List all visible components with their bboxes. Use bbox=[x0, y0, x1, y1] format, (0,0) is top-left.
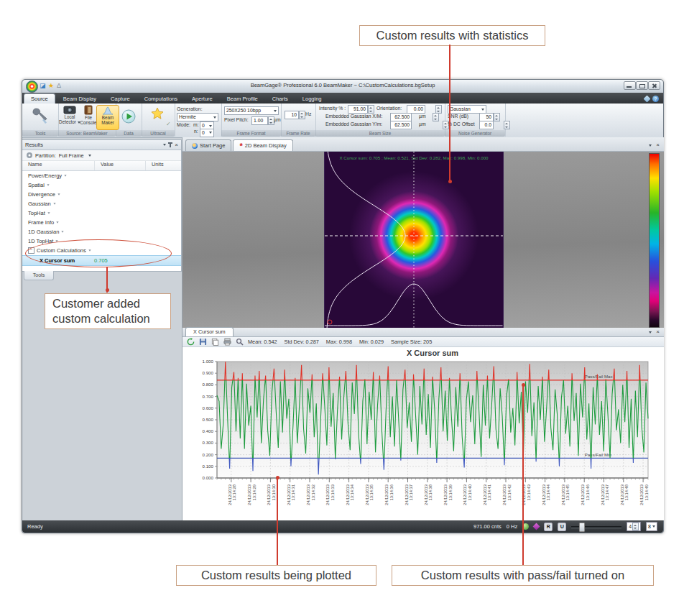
beam-display-tab-icon: * bbox=[239, 143, 242, 149]
frame-format-select[interactable]: 250X250 10bpp bbox=[224, 106, 279, 115]
status-r-toggle[interactable]: R bbox=[544, 523, 553, 531]
eg-y-input[interactable]: 62.500 bbox=[390, 121, 412, 129]
extra-dropdown[interactable]: 8 bbox=[646, 522, 657, 531]
frame-rate-spinner[interactable] bbox=[299, 111, 305, 119]
col-units[interactable]: Units bbox=[146, 161, 181, 170]
result-row-frame-info[interactable]: Frame Info bbox=[22, 218, 181, 227]
x-axis-label: 24/12/201313:14:33 bbox=[325, 484, 335, 505]
dc-offset-spinner[interactable] bbox=[504, 121, 510, 129]
chart-canvas[interactable]: 1.0000.9000.8000.7000.6000.5000.4000.300… bbox=[182, 347, 664, 520]
intensity-spinner[interactable] bbox=[368, 105, 374, 114]
result-row-spatial[interactable]: Spatial bbox=[22, 180, 181, 190]
svg-text:24/12/201313:14:30: 24/12/201313:14:30 bbox=[267, 484, 276, 505]
svg-text:0.000: 0.000 bbox=[203, 475, 214, 480]
snr-spinner[interactable] bbox=[494, 113, 500, 121]
close-button[interactable] bbox=[648, 81, 660, 90]
ribbon-tab-source[interactable]: Source bbox=[24, 93, 55, 104]
panel-menu-icon[interactable] bbox=[163, 144, 166, 146]
generation-select[interactable]: Hermite bbox=[177, 113, 218, 121]
pin-icon[interactable] bbox=[170, 142, 171, 147]
ribbon-tab-computations[interactable]: Computations bbox=[138, 94, 184, 104]
ribbon-tab-aperture[interactable]: Aperture bbox=[185, 94, 219, 104]
col-value[interactable]: Value bbox=[95, 161, 146, 170]
play-icon[interactable] bbox=[121, 109, 136, 124]
eg-x-spinner[interactable] bbox=[433, 113, 439, 121]
zoom-stepper[interactable]: 4 bbox=[627, 522, 641, 531]
group-label-ultracal: Ultracal bbox=[142, 130, 175, 137]
status-purple-icon[interactable] bbox=[533, 523, 540, 530]
x-axis-label: 24/12/201313:14:38 bbox=[424, 484, 433, 505]
eg-x-unit: µm bbox=[419, 114, 426, 119]
results-panel-header[interactable]: Results × bbox=[22, 140, 181, 150]
x-axis-label: 24/12/201313:14:46 bbox=[581, 484, 590, 505]
result-row-tophat[interactable]: TopHat bbox=[22, 208, 181, 218]
stat-max: Max: 0.998 bbox=[326, 339, 352, 345]
frame-rate-input[interactable]: 10 bbox=[285, 111, 299, 119]
ultracal-star-icon[interactable] bbox=[151, 107, 164, 120]
ribbon-tab-charts[interactable]: Charts bbox=[266, 94, 295, 104]
color-scale-bar[interactable] bbox=[649, 153, 660, 328]
gear-icon[interactable] bbox=[27, 152, 32, 158]
zoom-icon[interactable] bbox=[236, 338, 244, 346]
result-row-1d-gaussian[interactable]: 1D Gaussian bbox=[22, 227, 181, 236]
cursor-marker[interactable] bbox=[328, 320, 332, 324]
group-label-beam-size: Beam Size bbox=[315, 130, 445, 137]
wrench-icon[interactable] bbox=[32, 107, 48, 126]
beam-display-label: 2D Beam Display bbox=[245, 142, 287, 149]
x-axis-label: 24/12/201313:14:36 bbox=[384, 484, 394, 505]
partition-row[interactable]: Partition: Full Frame bbox=[22, 150, 181, 161]
intensity-input[interactable]: 91.00 bbox=[348, 105, 368, 114]
svg-text:24/12/201313:14:36: 24/12/201313:14:36 bbox=[384, 484, 394, 505]
result-row-divergence[interactable]: Divergence bbox=[22, 190, 181, 199]
options-diamond-icon[interactable] bbox=[644, 96, 651, 103]
ribbon-tab-beam-profile[interactable]: Beam Profile bbox=[221, 94, 264, 104]
help-icon[interactable]: ? bbox=[652, 96, 659, 102]
refresh-icon[interactable] bbox=[187, 338, 195, 346]
tab-x-cursor-sum[interactable]: X Cursor sum bbox=[185, 327, 234, 336]
chart-dock-menu-icon[interactable] bbox=[649, 331, 652, 334]
pixel-pitch-input[interactable]: 1.00 bbox=[251, 116, 268, 125]
title-bar[interactable]: ◪ ★ Δ BeamGage® Professional 6.0 BeamMak… bbox=[22, 80, 663, 93]
col-name[interactable]: Name bbox=[22, 161, 95, 170]
status-right-cluster: 971.00 cnts 0 Hz R U 4 8 bbox=[473, 522, 663, 531]
callout-statistics: Custom results with statistics bbox=[359, 25, 545, 46]
pixel-pitch-unit: µm bbox=[274, 117, 281, 122]
zoom-slider[interactable] bbox=[571, 523, 621, 530]
file-console-icon bbox=[83, 105, 93, 115]
tools-panel-tab[interactable]: Tools bbox=[24, 271, 54, 280]
status-u-toggle[interactable]: U bbox=[558, 523, 566, 531]
chart-dock-close-icon[interactable]: × bbox=[656, 329, 660, 335]
save-icon[interactable] bbox=[199, 338, 207, 346]
print-icon[interactable] bbox=[223, 338, 231, 346]
maximize-button[interactable] bbox=[636, 81, 648, 90]
partition-value[interactable]: Full Frame bbox=[59, 152, 84, 159]
stat-sample-size: Sample Size: 205 bbox=[391, 339, 432, 345]
partition-caret-icon bbox=[88, 155, 91, 157]
tab-2d-beam-display[interactable]: * 2D Beam Display bbox=[233, 139, 292, 151]
dock-close-icon[interactable]: × bbox=[656, 142, 660, 148]
zoom-slider-thumb[interactable] bbox=[579, 523, 585, 532]
trend-chart[interactable]: X Cursor sum 1.0000.9000.8000.7000.6000.… bbox=[182, 347, 664, 520]
ribbon-tabs: SourceBeam DisplayCaptureComputationsApe… bbox=[22, 93, 328, 104]
panel-close-icon[interactable]: × bbox=[175, 142, 178, 148]
tab-start-page[interactable]: Start Page bbox=[185, 139, 231, 151]
dc-offset-input[interactable]: 0.0 bbox=[479, 121, 494, 129]
copy-icon[interactable] bbox=[211, 338, 219, 346]
beam-image[interactable]: X Cursor sum: 0.705 ; Mean: 0.521, Std D… bbox=[324, 152, 504, 328]
callout-custom-line1: Customer added bbox=[52, 296, 140, 311]
svg-text:24/12/201313:14:29: 24/12/201313:14:29 bbox=[247, 484, 256, 505]
annotation-line-top bbox=[449, 45, 450, 182]
ribbon-tab-logging[interactable]: Logging bbox=[296, 94, 328, 104]
dock-menu-icon[interactable] bbox=[649, 144, 652, 147]
annotation-line-bottom-left bbox=[277, 477, 278, 565]
ribbon-tab-beam-display[interactable]: Beam Display bbox=[57, 94, 103, 104]
minimize-button[interactable] bbox=[624, 81, 636, 90]
result-row-gaussian[interactable]: Gaussian bbox=[22, 199, 181, 208]
svg-text:24/12/201313:14:48: 24/12/201313:14:48 bbox=[620, 484, 629, 505]
result-row-power-energy[interactable]: Power/Energy bbox=[22, 171, 181, 180]
beam-display-view[interactable]: X Cursor sum: 0.705 ; Mean: 0.521, Std D… bbox=[182, 152, 664, 328]
annotation-dot-bottom-left bbox=[276, 476, 279, 479]
n-select[interactable]: 0 bbox=[200, 129, 214, 137]
frame-format-value: 250X250 10bpp bbox=[226, 107, 261, 114]
ribbon-tab-capture[interactable]: Capture bbox=[104, 94, 137, 104]
